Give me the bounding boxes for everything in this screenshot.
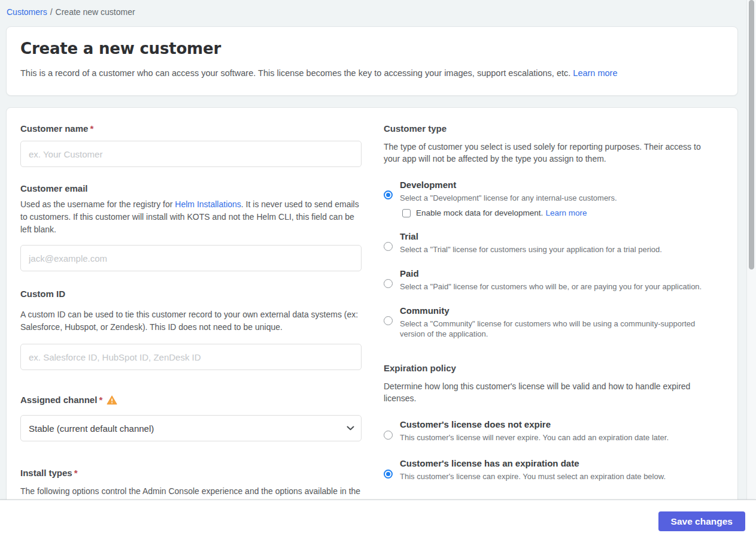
- customer-type-description: The type of customer you select is used …: [384, 141, 716, 165]
- radio-paid[interactable]: [384, 279, 393, 288]
- customer-type-option-trial: Trial Select a "Trial" license for custo…: [384, 231, 716, 255]
- form-right-column: Customer type The type of customer you s…: [384, 123, 716, 497]
- customer-type-option-paid: Paid Select a "Paid" license for custome…: [384, 268, 716, 292]
- page-title: Create a new customer: [20, 40, 723, 57]
- customer-email-input[interactable]: [20, 245, 362, 271]
- option-title: Development: [400, 180, 716, 190]
- page-description: This is a record of a customer who can a…: [20, 67, 723, 79]
- assigned-channel-label: Assigned channel: [20, 395, 97, 405]
- radio-development[interactable]: [384, 190, 393, 199]
- option-description: This customer's license can expire. You …: [400, 471, 716, 482]
- customer-name-label: Customer name: [20, 123, 88, 134]
- page-header-card: Create a new customer This is a record o…: [6, 26, 738, 96]
- breadcrumb-current: Create new customer: [56, 7, 135, 17]
- customer-type-label: Customer type: [384, 123, 716, 134]
- option-description: This customer's license will never expir…: [400, 432, 716, 443]
- expiration-policy-label: Expiration policy: [384, 363, 716, 373]
- expiration-option-has-expiration: Customer's license has an expiration dat…: [384, 458, 716, 482]
- customer-type-option-development: Development Select a "Development" licen…: [384, 180, 716, 217]
- option-description: Select a "Development" license for any i…: [400, 193, 716, 203]
- option-title: Customer's license has an expiration dat…: [400, 458, 716, 468]
- page-scrollbar-thumb[interactable]: [749, 0, 754, 270]
- mock-data-checkbox-row: Enable mock data for development.Learn m…: [402, 208, 716, 217]
- option-title: Customer's license does not expire: [400, 419, 716, 429]
- custom-id-input[interactable]: [20, 344, 362, 370]
- form-left-column: Customer name* Customer email Used as th…: [20, 123, 362, 510]
- breadcrumb: Customers/Create new customer: [7, 7, 738, 17]
- create-customer-form-card: Customer name* Customer email Used as th…: [6, 107, 738, 526]
- page: Customers/Create new customer Create a n…: [0, 0, 756, 526]
- breadcrumb-link-customers[interactable]: Customers: [7, 7, 47, 17]
- expiration-option-no-expire: Customer's license does not expire This …: [384, 419, 716, 443]
- radio-license-does-not-expire[interactable]: [384, 431, 393, 440]
- expiration-policy-description: Determine how long this customer's licen…: [384, 380, 716, 404]
- customer-name-required-asterisk: *: [90, 123, 93, 134]
- radio-license-has-expiration-date[interactable]: [384, 470, 393, 479]
- radio-community[interactable]: [384, 316, 393, 325]
- customer-type-option-community: Community Select a "Community" license f…: [384, 305, 716, 339]
- customer-email-description: Used as the username for the registry fo…: [20, 198, 362, 236]
- option-description: Select a "Trial" license for customers u…: [400, 244, 716, 255]
- breadcrumb-separator: /: [50, 7, 53, 17]
- helm-installations-link[interactable]: Helm Installations: [175, 199, 241, 209]
- option-title: Paid: [400, 268, 716, 278]
- assigned-channel-select[interactable]: Stable (current default channel): [20, 415, 362, 441]
- option-description: Select a "Community" license for custome…: [400, 319, 716, 339]
- warning-icon: [107, 395, 117, 407]
- footer-action-bar: Save changes: [0, 499, 756, 542]
- save-changes-button[interactable]: Save changes: [658, 511, 745, 531]
- mock-data-learn-more-link[interactable]: Learn more: [545, 208, 587, 217]
- mock-data-checkbox-label: Enable mock data for development.Learn m…: [416, 208, 587, 217]
- install-types-label: Install types: [20, 468, 72, 478]
- page-scrollbar-track[interactable]: [746, 0, 756, 499]
- expiration-policy-section: Expiration policy Determine how long thi…: [384, 363, 716, 482]
- option-title: Community: [400, 305, 716, 316]
- customer-email-label: Customer email: [20, 183, 88, 193]
- custom-id-description: A custom ID can be used to tie this cust…: [20, 308, 362, 334]
- customer-name-input[interactable]: [20, 141, 362, 167]
- install-types-required-asterisk: *: [74, 468, 78, 478]
- option-description: Select a "Paid" license for customers wh…: [400, 281, 716, 292]
- radio-trial[interactable]: [384, 242, 393, 251]
- header-learn-more-link[interactable]: Learn more: [573, 68, 617, 78]
- custom-id-label: Custom ID: [20, 289, 65, 299]
- option-title: Trial: [400, 231, 716, 241]
- page-description-text: This is a record of a customer who can a…: [20, 68, 570, 78]
- assigned-channel-required-asterisk: *: [99, 395, 102, 405]
- mock-data-checkbox[interactable]: [402, 209, 411, 217]
